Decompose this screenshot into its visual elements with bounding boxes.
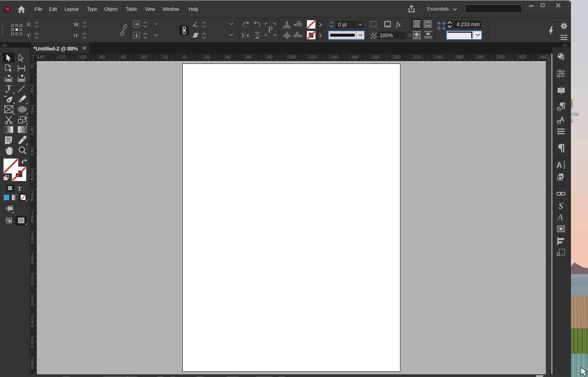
svg-text:T: T [6, 84, 11, 92]
svg-text:P: P [268, 25, 272, 34]
